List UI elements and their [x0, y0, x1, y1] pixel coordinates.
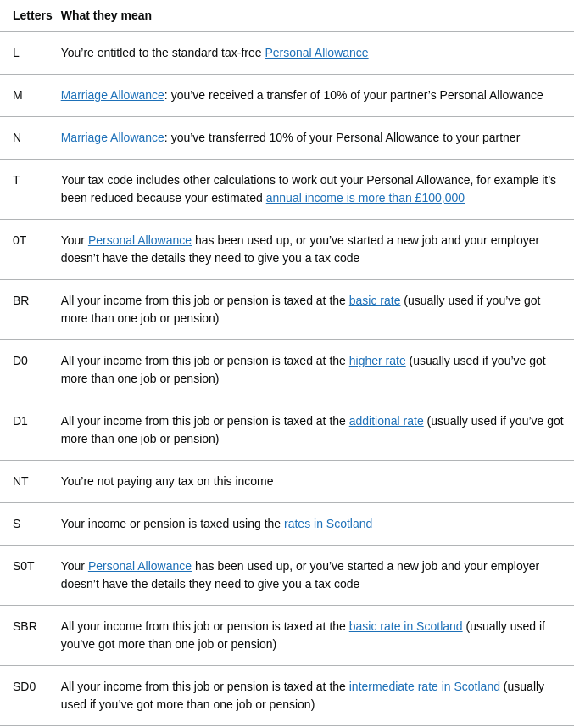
table-row: MMarriage Allowance: you’ve received a t… [0, 75, 574, 117]
letter-cell: NT [0, 461, 61, 503]
meaning-text: All your income from this job or pension… [61, 354, 349, 367]
meaning-text: Your [61, 233, 88, 247]
meaning-cell: You’re entitled to the standard tax-free… [61, 31, 574, 75]
meaning-cell: All your income from this job or pension… [61, 280, 574, 340]
meaning-text: All your income from this job or pension… [61, 294, 349, 307]
table-row: SD0All your income from this job or pens… [0, 666, 574, 726]
meaning-text: All your income from this job or pension… [61, 619, 349, 633]
table-row: S0TYour Personal Allowance has been used… [0, 546, 574, 606]
meaning-cell: All your income from this job or pension… [61, 400, 574, 461]
letter-cell: S [0, 503, 61, 546]
meaning-cell: Your Personal Allowance has been used up… [61, 220, 574, 280]
letter-cell: M [0, 75, 61, 117]
meaning-link[interactable]: annual income is more than £100,000 [266, 191, 465, 204]
meaning-cell: Your Personal Allowance has been used up… [61, 546, 574, 606]
table-row: D0All your income from this job or pensi… [0, 340, 574, 400]
meaning-cell: All your income from this job or pension… [61, 666, 574, 726]
meaning-link[interactable]: Marriage Allowance [61, 88, 164, 102]
meaning-text: : you’ve received a transfer of 10% of y… [164, 88, 543, 102]
meaning-text: Your [61, 559, 88, 573]
col-meaning-header: What they mean [61, 0, 574, 31]
letter-cell: N [0, 117, 61, 160]
meaning-text: : you’ve transferred 10% of your Persona… [164, 131, 520, 144]
meaning-link[interactable]: Personal Allowance [265, 46, 368, 59]
letter-cell: BR [0, 280, 61, 340]
table-row: SYour income or pension is taxed using t… [0, 503, 574, 546]
table-row: NTYou’re not paying any tax on this inco… [0, 461, 574, 503]
letter-cell: D0 [0, 340, 61, 400]
meaning-text: You’re entitled to the standard tax-free [61, 46, 265, 59]
letter-cell: D1 [0, 400, 61, 461]
meaning-cell: All your income from this job or pension… [61, 606, 574, 666]
table-row: 0TYour Personal Allowance has been used … [0, 220, 574, 280]
col-letters-header: Letters [0, 0, 61, 31]
letter-cell: S0T [0, 546, 61, 606]
meaning-text: Your income or pension is taxed using th… [61, 517, 284, 530]
meaning-link[interactable]: Personal Allowance [88, 559, 192, 573]
meaning-cell: Your tax code includes other calculation… [61, 160, 574, 220]
meaning-cell: Marriage Allowance: you’ve transferred 1… [61, 117, 574, 160]
meaning-cell: You’re not paying any tax on this income [61, 461, 574, 503]
letter-cell: SBR [0, 606, 61, 666]
meaning-link[interactable]: intermediate rate in Scotland [349, 680, 500, 693]
meaning-cell: All your income from this job or pension… [61, 340, 574, 400]
meaning-cell: Marriage Allowance: you’ve received a tr… [61, 75, 574, 117]
meaning-text: All your income from this job or pension… [61, 680, 349, 693]
table-row: NMarriage Allowance: you’ve transferred … [0, 117, 574, 160]
meaning-link[interactable]: basic rate [349, 294, 401, 307]
table-row: LYou’re entitled to the standard tax-fre… [0, 31, 574, 75]
letter-cell: 0T [0, 220, 61, 280]
meaning-link[interactable]: rates in Scotland [284, 517, 372, 530]
letter-cell: T [0, 160, 61, 220]
table-header-row: Letters What they mean [0, 0, 574, 31]
tax-codes-table: Letters What they mean LYou’re entitled … [0, 0, 574, 728]
letter-cell: L [0, 31, 61, 75]
meaning-text: You’re not paying any tax on this income [61, 474, 274, 488]
table-row: SBRAll your income from this job or pens… [0, 606, 574, 666]
meaning-cell: Your income or pension is taxed using th… [61, 503, 574, 546]
table-row: BRAll your income from this job or pensi… [0, 280, 574, 340]
table-row: D1All your income from this job or pensi… [0, 400, 574, 461]
meaning-link[interactable]: additional rate [349, 414, 424, 428]
letter-cell: SD0 [0, 666, 61, 726]
meaning-link[interactable]: basic rate in Scotland [349, 619, 463, 633]
table-row: TYour tax code includes other calculatio… [0, 160, 574, 220]
meaning-link[interactable]: higher rate [349, 354, 406, 367]
meaning-link[interactable]: Personal Allowance [88, 233, 192, 247]
meaning-link[interactable]: Marriage Allowance [61, 131, 164, 144]
meaning-text: All your income from this job or pension… [61, 414, 349, 428]
